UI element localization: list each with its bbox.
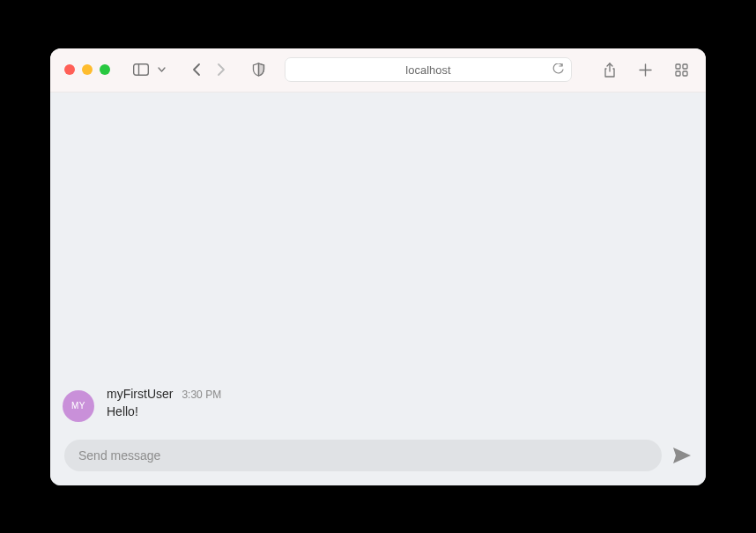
svg-rect-0: [134, 64, 149, 76]
browser-titlebar: localhost: [50, 48, 706, 93]
tab-overview-icon[interactable]: [671, 60, 692, 80]
svg-rect-7: [683, 71, 687, 76]
reload-icon[interactable]: [552, 63, 564, 76]
share-icon[interactable]: [600, 59, 619, 81]
back-button[interactable]: [189, 59, 204, 80]
browser-window: localhost: [50, 48, 706, 485]
minimize-window-button[interactable]: [82, 64, 93, 75]
send-button[interactable]: [672, 447, 692, 464]
message-input[interactable]: [64, 440, 662, 471]
avatar: MY: [63, 390, 94, 422]
svg-rect-6: [676, 71, 680, 76]
svg-rect-5: [683, 64, 687, 69]
message-username: myFirstUser: [107, 387, 173, 401]
svg-rect-4: [676, 64, 680, 69]
address-bar[interactable]: localhost: [285, 57, 572, 82]
shield-icon[interactable]: [248, 59, 269, 80]
message-text: Hello!: [107, 404, 693, 418]
maximize-window-button[interactable]: [100, 64, 110, 75]
address-text: localhost: [405, 63, 450, 77]
close-window-button[interactable]: [64, 64, 75, 75]
forward-button[interactable]: [213, 59, 229, 80]
message-row: MY myFirstUser 3:30 PM Hello!: [50, 381, 706, 434]
message-timestamp: 3:30 PM: [182, 389, 221, 401]
chat-content: MY myFirstUser 3:30 PM Hello!: [50, 93, 706, 434]
new-tab-icon[interactable]: [635, 60, 656, 80]
sidebar-toggle-icon[interactable]: [130, 60, 152, 79]
message-composer: [50, 434, 706, 485]
chevron-down-icon[interactable]: [154, 63, 169, 76]
window-controls: [64, 64, 110, 75]
